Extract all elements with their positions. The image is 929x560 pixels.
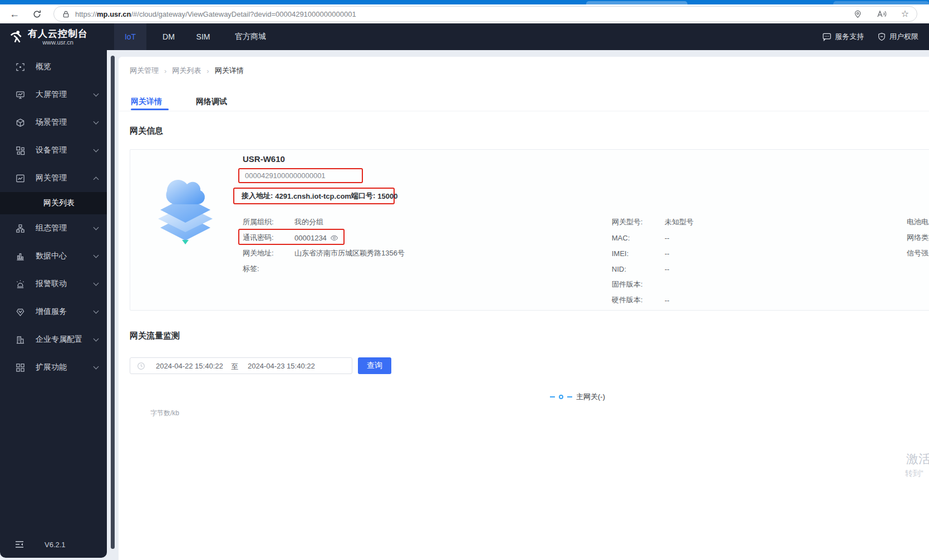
- legend-line-icon: [567, 396, 572, 397]
- field-value: 我的分组: [294, 217, 323, 227]
- device-id: 00004291000000000001: [245, 171, 326, 180]
- sidebar: 概览 大屏管理 场景管理: [0, 50, 107, 558]
- gateway-info-panel: USR-W610 00004291000000000001 接入地址: 4291…: [130, 149, 929, 311]
- window-top-strip: [0, 0, 929, 4]
- field-value: --: [665, 234, 670, 242]
- comm-password-annotation-box: [238, 229, 345, 245]
- breadcrumb-gateway-mgmt[interactable]: 网关管理: [130, 66, 159, 76]
- chevron-down-icon: [94, 225, 99, 230]
- sidebar-item-value-added[interactable]: 增值服务: [0, 298, 107, 326]
- user-permission-label: 用户权限: [889, 32, 918, 42]
- field-row-battery: 电池电量: [907, 214, 929, 230]
- port-value: 15000: [377, 192, 397, 200]
- user-permission-button[interactable]: 用户权限: [877, 32, 918, 42]
- sidebar-item-scene-mgmt[interactable]: 场景管理: [0, 109, 107, 136]
- date-start[interactable]: 2024-04-22 15:40:22: [156, 362, 223, 370]
- topology-icon: [16, 224, 25, 233]
- date-range-input[interactable]: 2024-04-22 15:40:22 至 2024-04-23 15:40:2…: [130, 357, 352, 374]
- location-icon[interactable]: [853, 9, 862, 18]
- field-row-hardware: 硬件版本: --: [612, 292, 694, 308]
- app-subtitle: www.usr.cn: [28, 39, 88, 46]
- sidebar-subitem-label: 网关列表: [43, 198, 75, 208]
- tab-gateway-detail[interactable]: 网关详情: [131, 97, 162, 107]
- chevron-down-icon: [94, 147, 99, 153]
- alarm-icon: [16, 279, 25, 289]
- chevron-down-icon: [94, 91, 99, 97]
- nav-official-mall[interactable]: 官方商城: [225, 23, 276, 50]
- read-aloud-icon[interactable]: [877, 9, 887, 18]
- chart-legend[interactable]: 主网关(-): [550, 392, 605, 402]
- app-version: V6.2.1: [45, 541, 66, 549]
- url-path: /#/cloud/gateway/ViewGatewayDetail?devid…: [131, 10, 356, 18]
- content-card: 网关管理 › 网关列表 › 网关详情 网关详情 网络调试 网关信息: [119, 57, 929, 560]
- usr-person-icon: [9, 30, 23, 44]
- field-row-gateway-address: 网关地址: 山东省济南市历城区颖秀路1356号: [243, 245, 405, 261]
- field-row-mac: MAC: --: [612, 230, 694, 245]
- port-label: 端口号:: [351, 191, 375, 201]
- app-logo[interactable]: 有人云控制台 www.usr.cn: [0, 23, 114, 50]
- favorite-star-icon[interactable]: ☆: [901, 9, 909, 18]
- windows-activation-watermark: 激活: [906, 451, 929, 468]
- browser-back-button[interactable]: ←: [7, 6, 22, 22]
- scene-cube-icon: [16, 118, 25, 127]
- breadcrumb-separator: ›: [207, 67, 209, 75]
- nav-iot[interactable]: IoT: [114, 23, 146, 50]
- sidebar-item-enterprise-config[interactable]: 企业专属配置: [0, 326, 107, 353]
- legend-label: 主网关(-): [576, 392, 605, 402]
- sidebar-item-screen-mgmt[interactable]: 大屏管理: [0, 81, 107, 109]
- windows-activation-watermark-line2: 转到“: [905, 469, 923, 479]
- field-row-organization: 所属组织: 我的分组: [243, 214, 405, 230]
- lock-icon: [62, 10, 70, 18]
- scrollbar[interactable]: [111, 56, 115, 549]
- sidebar-item-label: 组态管理: [36, 223, 67, 233]
- field-value: 山东省济南市历城区颖秀路1356号: [294, 248, 405, 258]
- building-icon: [16, 335, 25, 345]
- chevron-up-icon: [94, 177, 99, 183]
- info-fields-left: 所属组织: 我的分组 通讯密码: 00001234: [243, 214, 405, 277]
- browser-chrome: ← https://mp.usr.cn/#/cloud/gateway/View…: [0, 0, 929, 23]
- sidebar-item-label: 设备管理: [36, 145, 67, 155]
- sidebar-item-config-mgmt[interactable]: 组态管理: [0, 214, 107, 242]
- access-address-value: 4291.cnsh.iot-tcp.com: [275, 192, 351, 200]
- section-title-traffic: 网关流量监测: [130, 331, 180, 341]
- app-header: 有人云控制台 www.usr.cn IoT DM SIM 官方商城 服务支持: [0, 23, 929, 50]
- vip-badge-icon: [16, 307, 25, 317]
- sidebar-collapse-button[interactable]: [14, 539, 26, 551]
- breadcrumb-gateway-list[interactable]: 网关列表: [172, 66, 201, 76]
- sidebar-item-gateway-mgmt[interactable]: 网关管理: [0, 164, 107, 192]
- browser-refresh-button[interactable]: [29, 6, 45, 22]
- service-support-button[interactable]: 服务支持: [822, 32, 864, 42]
- field-label: IMEI:: [612, 249, 665, 258]
- url-host: mp.usr.cn: [97, 10, 131, 18]
- breadcrumb: 网关管理 › 网关列表 › 网关详情: [130, 66, 244, 76]
- chevron-down-icon: [94, 253, 99, 258]
- query-button[interactable]: 查询: [358, 357, 391, 374]
- sidebar-item-alarm-linkage[interactable]: 报警联动: [0, 270, 107, 298]
- sidebar-item-overview[interactable]: 概览: [0, 53, 107, 81]
- tab-network-debug[interactable]: 网络调试: [196, 97, 227, 107]
- browser-address-bar[interactable]: https://mp.usr.cn/#/cloud/gateway/ViewGa…: [53, 6, 917, 22]
- sidebar-item-device-mgmt[interactable]: 设备管理: [0, 136, 107, 164]
- bar-chart-icon: [16, 252, 25, 261]
- sidebar-item-gateway-list[interactable]: 网关列表: [0, 192, 107, 214]
- field-row-model: 网关型号: 未知型号: [612, 214, 694, 230]
- active-tab-underline: [131, 109, 169, 110]
- breadcrumb-separator: ›: [164, 67, 166, 75]
- sidebar-item-extensions[interactable]: 扩展功能: [0, 353, 107, 381]
- apps-grid-icon: [16, 363, 25, 372]
- field-label: 网关型号:: [612, 217, 665, 227]
- nav-dm[interactable]: DM: [158, 23, 180, 50]
- field-row-signal: 信号强度: [907, 245, 929, 261]
- access-address-label: 接入地址:: [242, 191, 273, 201]
- device-id-annotation-box: 00004291000000000001: [238, 168, 363, 183]
- sidebar-item-data-center[interactable]: 数据中心: [0, 242, 107, 270]
- date-end[interactable]: 2024-04-23 15:40:22: [248, 362, 315, 370]
- nav-sim[interactable]: SIM: [191, 23, 215, 50]
- sidebar-item-label: 网关管理: [36, 173, 67, 183]
- field-value: --: [665, 265, 670, 273]
- big-screen-icon: [16, 90, 25, 100]
- chevron-down-icon: [94, 281, 99, 286]
- chevron-down-icon: [94, 308, 99, 314]
- field-row-nid: NID: --: [612, 261, 694, 277]
- app-title: 有人云控制台: [28, 28, 88, 39]
